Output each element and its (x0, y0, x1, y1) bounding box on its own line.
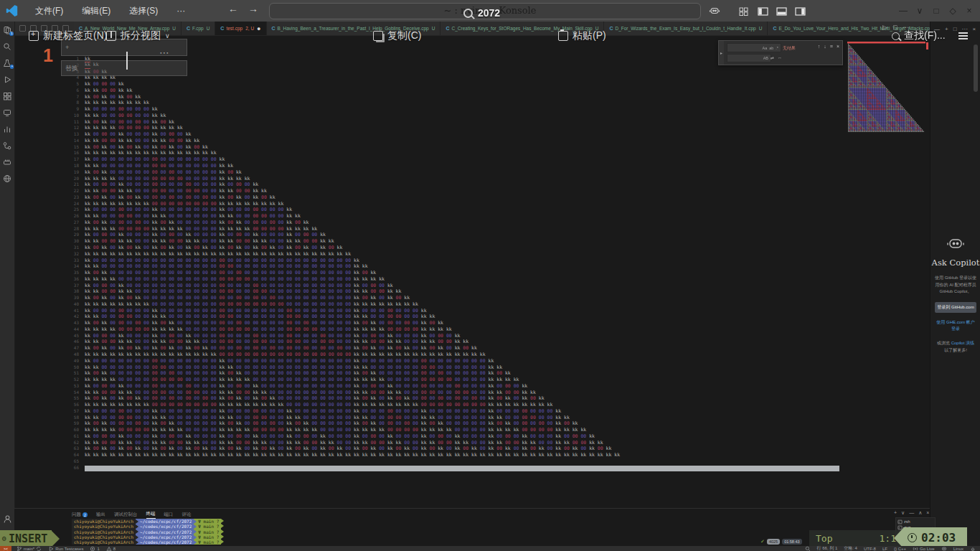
find-close-button[interactable]: × (837, 44, 839, 49)
konsole-find-button[interactable]: 查找(F)... (892, 29, 946, 43)
minimize-button[interactable]: — (898, 6, 908, 16)
panel-tab-终端[interactable]: 终端 (146, 511, 156, 519)
github-signin-button[interactable]: 登录到 GitHub.com (935, 302, 976, 313)
editor-action-icon[interactable]: ▷ (882, 24, 887, 31)
toggle-panel-icon[interactable] (776, 6, 787, 19)
activity-container-icon[interactable] (0, 154, 14, 170)
nav-forward-button[interactable]: → (248, 3, 258, 14)
sidebar-scrollbar[interactable] (974, 44, 978, 92)
statusbar-item-行 66, 列 1[interactable]: 行 66, 列 1 (817, 545, 838, 551)
editor-area[interactable]: + 替换 1 ⋯ ▸ Aa ab .* 无结果 ↑ ↓ ≡ × AB ⇄ ↔ 1… (14, 35, 930, 508)
statusbar-item[interactable] (805, 546, 811, 551)
panel-tab-端口[interactable]: 端口 (164, 512, 174, 518)
walkthrough-link[interactable]: Copilot 演练 (951, 341, 974, 345)
panel-tab-输出[interactable]: 输出 (96, 512, 105, 518)
code-token: kk (194, 452, 199, 458)
replace-button[interactable]: ⇄ (771, 55, 774, 60)
find-input[interactable]: Aa ab .* (727, 43, 781, 52)
activity-testing-icon[interactable]: • (0, 55, 14, 71)
terminal-list-item[interactable]: zsh (897, 519, 933, 525)
menu-item[interactable]: ··· (167, 6, 194, 16)
nav-back-button[interactable]: ← (228, 3, 238, 14)
activity-explorer-icon[interactable]: 1 (0, 22, 14, 38)
menu-item[interactable]: 文件(F) (26, 5, 72, 17)
toolbar-icon[interactable] (19, 25, 26, 32)
editor-tab[interactable]: Ctest.cpp2, U● (215, 22, 266, 35)
menu-item[interactable]: 编辑(E) (72, 5, 120, 17)
terminal-prompt-line: chiyoyuki@ChiyoYukiArch~/codes/xcpc/cf/2… (72, 524, 224, 529)
close-button[interactable]: × (964, 6, 974, 16)
statusbar-item-Linux[interactable]: Linux (953, 547, 963, 551)
terminal-action-icon[interactable]: ∧ (918, 510, 922, 516)
konsole-paste-button[interactable]: 粘贴(P) (558, 29, 606, 43)
customize-layout-icon[interactable] (739, 6, 748, 19)
konsole-menu-button[interactable] (958, 29, 968, 43)
sidebar-action-icon[interactable]: □ (953, 26, 957, 32)
toggle-secondary-sidebar-icon[interactable] (795, 6, 806, 19)
code-token: 00 (496, 383, 502, 390)
statusbar-item-8[interactable]: 8 (106, 546, 116, 551)
find-next-button[interactable]: ↓ (824, 44, 826, 49)
sidebar-action-icon[interactable]: × (973, 26, 976, 32)
code-token: 00 (227, 301, 233, 308)
code-token: kk (270, 395, 275, 402)
editor-tab[interactable]: CD_For_Wizards_the_Exam_Is_Easy_but_I_Co… (604, 22, 768, 35)
remote-indicator[interactable]: >< (0, 546, 11, 551)
toggle-sidebar-icon[interactable] (758, 6, 768, 19)
ghe-signin-link[interactable]: 使用 GHE.com 帐户登录 (930, 319, 980, 333)
code-token: 00 (169, 358, 174, 364)
replace-input[interactable]: AB (727, 54, 771, 62)
match-case-icon[interactable]: Aa (762, 46, 767, 50)
terminal-action-icon[interactable]: × (926, 510, 929, 516)
terminal-action-icon[interactable]: — (909, 510, 914, 516)
statusbar-item-UTF-8[interactable]: UTF-8 (864, 547, 876, 551)
restore-button[interactable]: □ (931, 6, 941, 16)
statusbar-item-1[interactable]: 1 (90, 546, 99, 551)
terminal-action-icon[interactable]: + (894, 510, 897, 516)
activity-chart-icon[interactable] (0, 121, 14, 137)
konsole-copy-button[interactable]: 复制(C) (373, 29, 421, 43)
copilot-titlebar-icon[interactable] (709, 6, 720, 19)
statusbar-item-空格: 4[interactable]: 空格: 4 (844, 545, 857, 551)
find-in-selection-button[interactable]: ≡ (830, 44, 833, 49)
terminal-action-icon[interactable]: ∨ (901, 510, 905, 516)
statusbar-item-{} C++[interactable]: {} C++ (894, 547, 906, 551)
statusbar-item[interactable] (970, 546, 976, 551)
activity-graph-icon[interactable] (0, 137, 14, 154)
statusbar-item[interactable] (941, 546, 947, 551)
panel-tab-问题[interactable]: 问题2 (72, 512, 88, 518)
find-toggle-replace[interactable]: ▸ (719, 41, 724, 65)
activity-run-debug-icon[interactable] (0, 71, 14, 88)
code-token: kk (227, 440, 233, 446)
statusbar-item-Run Testcases[interactable]: Run Testcases (48, 546, 83, 551)
panel-tab-评论[interactable]: 评论 (182, 512, 192, 518)
statusbar-item-LF[interactable]: LF (882, 547, 887, 551)
minimap[interactable] (847, 42, 925, 133)
statusbar-item-Go Live[interactable]: Go Live (913, 546, 935, 551)
code-token: 00 (345, 263, 351, 270)
editor-tab[interactable]: CF.cppU (182, 22, 215, 35)
preserve-case-icon[interactable]: AB (763, 56, 768, 60)
maximize-button[interactable]: ◇ (948, 6, 958, 16)
konsole-new-tab-button[interactable]: 新建标签页(N) (29, 29, 107, 43)
menu-item[interactable]: 选择(S) (120, 5, 167, 17)
panel-tab-调试控制台[interactable]: 调试控制台 (114, 512, 138, 518)
code-token: kk (118, 131, 124, 138)
statusbar-item-main*[interactable]: main* (17, 546, 42, 551)
activity-extensions-icon[interactable] (0, 88, 14, 104)
shade-button[interactable]: ∨ (915, 6, 925, 16)
overlay-replace-box[interactable]: 替换 (61, 60, 187, 76)
replace-all-button[interactable]: ↔ (778, 55, 782, 60)
activity-remote-icon[interactable] (0, 104, 14, 121)
konsole-split-view-button[interactable]: 拆分视图∨ (106, 29, 170, 43)
find-prev-button[interactable]: ↑ (818, 44, 821, 49)
activity-globe-icon[interactable] (0, 170, 14, 187)
activity-search-icon[interactable] (0, 38, 14, 55)
code-token: 00 (186, 420, 192, 427)
code-token: kk (220, 220, 225, 226)
code-lines[interactable]: 1kk2kkkk3kk00kk4kkkkkkkk5kk000000kk6kkkk… (63, 56, 623, 471)
terminal-output[interactable]: chiyoyuki@ChiyoYukiArch~/codes/xcpc/cf/2… (72, 519, 224, 545)
whole-word-icon[interactable]: ab (769, 46, 773, 50)
activity-account-icon[interactable] (0, 511, 14, 527)
regex-icon[interactable]: .* (776, 46, 778, 50)
